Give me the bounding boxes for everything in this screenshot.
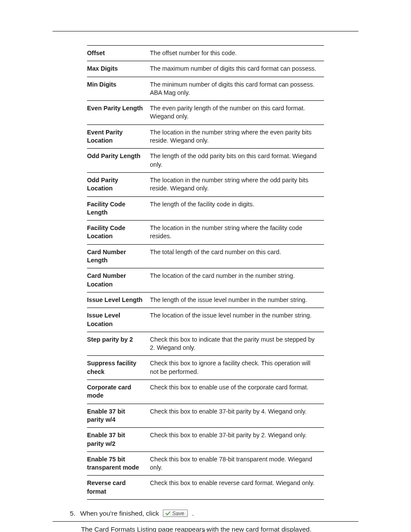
page-number: 42 xyxy=(0,528,411,532)
table-row: Odd Parity LocationThe location in the n… xyxy=(87,172,324,196)
definition-cell: The location in the number string where … xyxy=(146,124,324,149)
term-cell: Corporate card mode xyxy=(87,380,146,404)
table-row: OffsetThe offset number for this code. xyxy=(87,46,324,61)
definition-cell: Check this box to enable 78-bit transpar… xyxy=(146,451,324,476)
term-cell: Step parity by 2 xyxy=(87,332,146,356)
term-cell: Max Digits xyxy=(87,61,146,77)
definition-cell: Check this box to indicate that the pari… xyxy=(146,332,324,356)
table-row: Issue Level LengthThe length of the issu… xyxy=(87,292,324,308)
term-cell: Even Parity Length xyxy=(87,101,146,125)
definition-cell: The offset number for this code. xyxy=(146,46,324,61)
table-row: Facility Code LocationThe location in th… xyxy=(87,221,324,245)
term-cell: Facility Code Location xyxy=(87,221,146,245)
term-cell: Odd Parity Length xyxy=(87,149,146,173)
table-row: Enable 75 bit transparent modeCheck this… xyxy=(87,451,324,476)
check-icon xyxy=(165,511,171,516)
term-cell: Issue Level Length xyxy=(87,292,146,308)
term-cell: Card Number Length xyxy=(87,244,146,268)
definition-cell: The location in the number string where … xyxy=(146,172,324,196)
table-row: Card Number LengthThe total length of th… xyxy=(87,244,324,268)
term-cell: Enable 37 bit parity w/4 xyxy=(87,404,146,428)
table-row: Even Parity LengthThe even parity length… xyxy=(87,101,324,125)
table-row: Corporate card modeCheck this box to ena… xyxy=(87,380,324,404)
term-cell: Issue Level Location xyxy=(87,308,146,332)
term-cell: Enable 75 bit transparent mode xyxy=(87,451,146,476)
term-cell: Odd Parity Location xyxy=(87,172,146,196)
definition-cell: Check this box to enable 37-bit parity b… xyxy=(146,428,324,452)
term-cell: Offset xyxy=(87,46,146,61)
table-row: Issue Level LocationThe location of the … xyxy=(87,308,324,332)
definition-cell: The even parity length of the number on … xyxy=(146,101,324,125)
bottom-rule xyxy=(53,521,358,522)
definition-cell: The maximum number of digits this card f… xyxy=(146,61,324,77)
table-row: Reverse card formatCheck this box to ena… xyxy=(87,476,324,500)
step-text-before: When you're finished, click xyxy=(80,508,159,518)
table-row: Event Parity LocationThe location in the… xyxy=(87,124,324,149)
save-button-label: Save xyxy=(172,511,184,516)
table-row: Suppress facility checkCheck this box to… xyxy=(87,356,324,380)
definition-cell: Check this box to ignore a facility chec… xyxy=(146,356,324,380)
definition-cell: The location of the issue level number i… xyxy=(146,308,324,332)
definitions-table: OffsetThe offset number for this code.Ma… xyxy=(87,45,324,500)
table-row: Facility Code LengthThe length of the fa… xyxy=(87,196,324,221)
term-cell: Reverse card format xyxy=(87,476,146,500)
step-number: 5. xyxy=(70,508,78,518)
definition-cell: The total length of the card number on t… xyxy=(146,244,324,268)
definition-cell: The length of the issue level number in … xyxy=(146,292,324,308)
definition-cell: Check this box to enable use of the corp… xyxy=(146,380,324,404)
definition-cell: Check this box to enable 37-bit parity b… xyxy=(146,404,324,428)
step-text-after: . xyxy=(192,508,193,518)
table-row: Min DigitsThe minimum number of digits t… xyxy=(87,77,324,101)
table-row: Step parity by 2Check this box to indica… xyxy=(87,332,324,356)
definition-cell: The minimum number of digits this card f… xyxy=(146,77,324,101)
table-row: Enable 37 bit parity w/2Check this box t… xyxy=(87,428,324,452)
definition-cell: The location in the number string where … xyxy=(146,221,324,245)
term-cell: Suppress facility check xyxy=(87,356,146,380)
term-cell: Enable 37 bit parity w/2 xyxy=(87,428,146,452)
table-row: Max DigitsThe maximum number of digits t… xyxy=(87,61,324,77)
definition-cell: Check this box to enable reverse card fo… xyxy=(146,476,324,500)
term-cell: Facility Code Length xyxy=(87,196,146,221)
term-cell: Event Parity Location xyxy=(87,124,146,149)
definition-cell: The length of the facility code in digit… xyxy=(146,196,324,221)
top-rule xyxy=(53,31,358,31)
table-row: Card Number LocationThe location of the … xyxy=(87,268,324,292)
definition-cell: The location of the card number in the n… xyxy=(146,268,324,292)
table-row: Enable 37 bit parity w/4Check this box t… xyxy=(87,404,324,428)
definition-cell: The length of the odd parity bits on thi… xyxy=(146,149,324,173)
table-row: Odd Parity LengthThe length of the odd p… xyxy=(87,149,324,173)
step-5: 5. When you're finished, click Save . xyxy=(70,508,358,518)
save-button[interactable]: Save xyxy=(163,510,188,517)
term-cell: Card Number Location xyxy=(87,268,146,292)
term-cell: Min Digits xyxy=(87,77,146,101)
